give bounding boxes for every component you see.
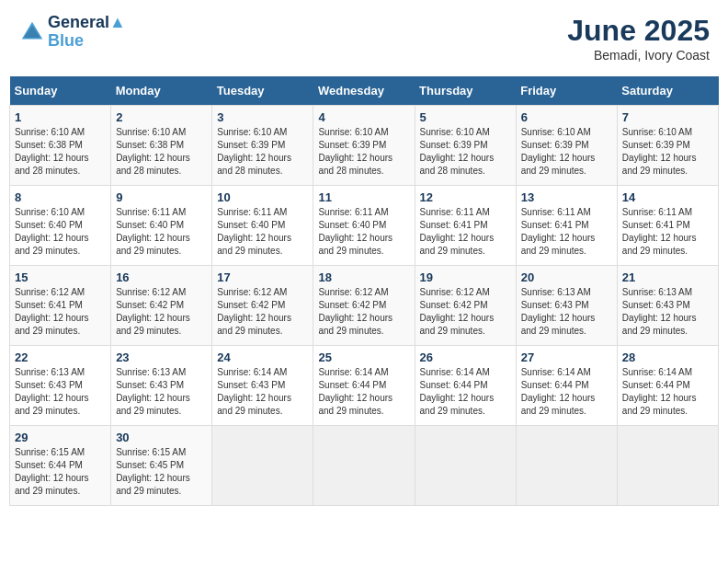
day-info: Sunrise: 6:10 AM Sunset: 6:39 PM Dayligh…	[420, 126, 511, 178]
calendar-cell: 23 Sunrise: 6:13 AM Sunset: 6:43 PM Dayl…	[111, 346, 212, 426]
day-info: Sunrise: 6:10 AM Sunset: 6:39 PM Dayligh…	[521, 126, 612, 178]
day-number: 13	[521, 190, 612, 204]
day-number: 18	[318, 270, 409, 284]
day-number: 4	[318, 110, 409, 124]
calendar-cell: 20 Sunrise: 6:13 AM Sunset: 6:43 PM Dayl…	[516, 266, 617, 346]
day-number: 20	[521, 270, 612, 284]
day-info: Sunrise: 6:11 AM Sunset: 6:40 PM Dayligh…	[318, 206, 409, 258]
day-number: 28	[622, 350, 713, 364]
calendar-cell: 13 Sunrise: 6:11 AM Sunset: 6:41 PM Dayl…	[516, 186, 617, 266]
day-number: 5	[420, 110, 511, 124]
calendar-cell: 2 Sunrise: 6:10 AM Sunset: 6:38 PM Dayli…	[111, 106, 212, 186]
calendar-cell: 11 Sunrise: 6:11 AM Sunset: 6:40 PM Dayl…	[313, 186, 415, 266]
day-info: Sunrise: 6:11 AM Sunset: 6:41 PM Dayligh…	[622, 206, 713, 258]
day-number: 22	[15, 350, 106, 364]
day-number: 19	[420, 270, 511, 284]
day-info: Sunrise: 6:14 AM Sunset: 6:44 PM Dayligh…	[622, 366, 713, 418]
weekday-header-monday: Monday	[111, 76, 212, 106]
day-number: 3	[217, 110, 308, 124]
day-info: Sunrise: 6:11 AM Sunset: 6:41 PM Dayligh…	[521, 206, 612, 258]
weekday-header-tuesday: Tuesday	[212, 76, 313, 106]
day-info: Sunrise: 6:10 AM Sunset: 6:39 PM Dayligh…	[622, 126, 713, 178]
location: Bemadi, Ivory Coast	[567, 48, 710, 63]
week-row-4: 22 Sunrise: 6:13 AM Sunset: 6:43 PM Dayl…	[10, 346, 719, 426]
day-number: 29	[15, 431, 106, 444]
day-number: 21	[622, 270, 713, 284]
calendar-cell	[415, 426, 516, 506]
day-info: Sunrise: 6:11 AM Sunset: 6:41 PM Dayligh…	[420, 206, 511, 258]
calendar-cell: 18 Sunrise: 6:12 AM Sunset: 6:42 PM Dayl…	[313, 266, 415, 346]
day-number: 9	[116, 190, 207, 204]
month-title: June 2025	[567, 14, 710, 48]
day-number: 17	[217, 270, 308, 284]
title-block: June 2025 Bemadi, Ivory Coast	[567, 14, 710, 63]
calendar-cell: 1 Sunrise: 6:10 AM Sunset: 6:38 PM Dayli…	[10, 106, 111, 186]
day-info: Sunrise: 6:13 AM Sunset: 6:43 PM Dayligh…	[116, 366, 207, 418]
calendar-cell: 22 Sunrise: 6:13 AM Sunset: 6:43 PM Dayl…	[10, 346, 111, 426]
day-number: 7	[622, 110, 713, 124]
page-header: General▲ Blue June 2025 Bemadi, Ivory Co…	[9, 9, 719, 67]
day-info: Sunrise: 6:10 AM Sunset: 6:38 PM Dayligh…	[15, 126, 106, 178]
calendar-cell: 21 Sunrise: 6:13 AM Sunset: 6:43 PM Dayl…	[617, 266, 718, 346]
weekday-header-friday: Friday	[516, 76, 617, 106]
logo: General▲ Blue	[18, 14, 126, 51]
week-row-2: 8 Sunrise: 6:10 AM Sunset: 6:40 PM Dayli…	[10, 186, 719, 266]
week-row-1: 1 Sunrise: 6:10 AM Sunset: 6:38 PM Dayli…	[10, 106, 719, 186]
day-info: Sunrise: 6:11 AM Sunset: 6:40 PM Dayligh…	[217, 206, 308, 258]
day-number: 10	[217, 190, 308, 204]
weekday-header-thursday: Thursday	[415, 76, 516, 106]
calendar-cell: 5 Sunrise: 6:10 AM Sunset: 6:39 PM Dayli…	[415, 106, 516, 186]
calendar-cell: 16 Sunrise: 6:12 AM Sunset: 6:42 PM Dayl…	[111, 266, 212, 346]
day-info: Sunrise: 6:12 AM Sunset: 6:42 PM Dayligh…	[217, 286, 308, 338]
day-number: 27	[521, 350, 612, 364]
calendar-cell: 7 Sunrise: 6:10 AM Sunset: 6:39 PM Dayli…	[617, 106, 718, 186]
calendar-cell: 28 Sunrise: 6:14 AM Sunset: 6:44 PM Dayl…	[617, 346, 718, 426]
calendar-cell: 30 Sunrise: 6:15 AM Sunset: 6:45 PM Dayl…	[111, 426, 212, 506]
calendar-cell: 29 Sunrise: 6:15 AM Sunset: 6:44 PM Dayl…	[10, 426, 111, 506]
day-info: Sunrise: 6:10 AM Sunset: 6:40 PM Dayligh…	[15, 206, 106, 258]
week-row-3: 15 Sunrise: 6:12 AM Sunset: 6:41 PM Dayl…	[10, 266, 719, 346]
day-info: Sunrise: 6:14 AM Sunset: 6:43 PM Dayligh…	[217, 366, 308, 418]
calendar-cell: 9 Sunrise: 6:11 AM Sunset: 6:40 PM Dayli…	[111, 186, 212, 266]
day-number: 11	[318, 190, 409, 204]
day-number: 1	[15, 110, 106, 124]
day-info: Sunrise: 6:12 AM Sunset: 6:41 PM Dayligh…	[15, 286, 106, 338]
day-info: Sunrise: 6:13 AM Sunset: 6:43 PM Dayligh…	[622, 286, 713, 338]
calendar-cell: 12 Sunrise: 6:11 AM Sunset: 6:41 PM Dayl…	[415, 186, 516, 266]
calendar-cell: 19 Sunrise: 6:12 AM Sunset: 6:42 PM Dayl…	[415, 266, 516, 346]
day-number: 8	[15, 190, 106, 204]
week-row-5: 29 Sunrise: 6:15 AM Sunset: 6:44 PM Dayl…	[10, 426, 719, 506]
day-info: Sunrise: 6:14 AM Sunset: 6:44 PM Dayligh…	[318, 366, 409, 418]
day-number: 6	[521, 110, 612, 124]
day-number: 30	[116, 431, 207, 444]
weekday-header-sunday: Sunday	[10, 76, 111, 106]
weekday-header-wednesday: Wednesday	[313, 76, 415, 106]
day-info: Sunrise: 6:14 AM Sunset: 6:44 PM Dayligh…	[420, 366, 511, 418]
weekday-header-saturday: Saturday	[617, 76, 718, 106]
day-number: 15	[15, 270, 106, 284]
day-info: Sunrise: 6:12 AM Sunset: 6:42 PM Dayligh…	[318, 286, 409, 338]
calendar-cell: 4 Sunrise: 6:10 AM Sunset: 6:39 PM Dayli…	[313, 106, 415, 186]
calendar-cell	[212, 426, 313, 506]
day-number: 23	[116, 350, 207, 364]
calendar-cell	[313, 426, 415, 506]
day-number: 24	[217, 350, 308, 364]
calendar-cell	[617, 426, 718, 506]
calendar-cell: 26 Sunrise: 6:14 AM Sunset: 6:44 PM Dayl…	[415, 346, 516, 426]
calendar-table: SundayMondayTuesdayWednesdayThursdayFrid…	[9, 76, 719, 506]
day-info: Sunrise: 6:14 AM Sunset: 6:44 PM Dayligh…	[521, 366, 612, 418]
day-info: Sunrise: 6:10 AM Sunset: 6:38 PM Dayligh…	[116, 126, 207, 178]
day-number: 14	[622, 190, 713, 204]
day-info: Sunrise: 6:13 AM Sunset: 6:43 PM Dayligh…	[521, 286, 612, 338]
day-info: Sunrise: 6:10 AM Sunset: 6:39 PM Dayligh…	[318, 126, 409, 178]
day-info: Sunrise: 6:13 AM Sunset: 6:43 PM Dayligh…	[15, 366, 106, 418]
day-number: 25	[318, 350, 409, 364]
calendar-cell: 14 Sunrise: 6:11 AM Sunset: 6:41 PM Dayl…	[617, 186, 718, 266]
logo-icon	[18, 18, 46, 46]
calendar-cell: 8 Sunrise: 6:10 AM Sunset: 6:40 PM Dayli…	[10, 186, 111, 266]
day-number: 16	[116, 270, 207, 284]
calendar-cell	[516, 426, 617, 506]
calendar-cell: 24 Sunrise: 6:14 AM Sunset: 6:43 PM Dayl…	[212, 346, 313, 426]
calendar-cell: 25 Sunrise: 6:14 AM Sunset: 6:44 PM Dayl…	[313, 346, 415, 426]
day-info: Sunrise: 6:11 AM Sunset: 6:40 PM Dayligh…	[116, 206, 207, 258]
